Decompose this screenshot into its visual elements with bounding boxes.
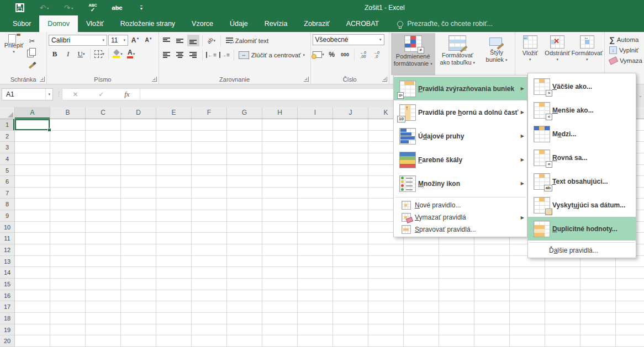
cell-G3[interactable] bbox=[227, 142, 262, 153]
wrap-text-button[interactable]: Zalomiť text bbox=[224, 35, 271, 46]
cell-J11[interactable] bbox=[333, 233, 368, 244]
cell-H19[interactable] bbox=[262, 324, 298, 336]
cell[interactable] bbox=[616, 335, 644, 347]
cell-D3[interactable] bbox=[121, 142, 156, 153]
fill-color-button[interactable]: ▾ bbox=[112, 48, 124, 60]
cell-J20[interactable] bbox=[333, 335, 368, 347]
cell-C3[interactable] bbox=[86, 142, 121, 153]
cell-I1[interactable] bbox=[298, 119, 333, 131]
cell-B1[interactable] bbox=[50, 119, 86, 131]
tab-acrobat[interactable]: ACROBAT bbox=[338, 15, 388, 32]
cell-E2[interactable] bbox=[156, 131, 192, 142]
insert-cells-button[interactable]: ← Vložiť ▾ bbox=[517, 33, 543, 75]
row-header-14[interactable]: 14 bbox=[0, 267, 15, 279]
redo-button[interactable]: ↷▾ bbox=[56, 4, 81, 12]
cell-H2[interactable] bbox=[262, 131, 298, 142]
cell[interactable] bbox=[474, 301, 510, 313]
cell[interactable] bbox=[616, 324, 644, 336]
cell-D14[interactable] bbox=[121, 267, 156, 279]
cell-C20[interactable] bbox=[86, 335, 121, 347]
cell-H6[interactable] bbox=[262, 176, 298, 188]
cell-I8[interactable] bbox=[298, 199, 333, 210]
col-header-B[interactable]: B bbox=[50, 107, 86, 119]
cell-A17[interactable] bbox=[15, 301, 50, 313]
row-header-20[interactable]: 20 bbox=[0, 335, 15, 347]
cell-E10[interactable] bbox=[156, 222, 192, 233]
increase-indent-button[interactable]: →≡ bbox=[219, 49, 231, 61]
cell-F6[interactable] bbox=[192, 176, 227, 188]
align-bottom-button[interactable] bbox=[187, 35, 199, 46]
cell-I10[interactable] bbox=[298, 222, 333, 233]
cell-B3[interactable] bbox=[50, 142, 86, 153]
row-header-7[interactable]: 7 bbox=[0, 188, 15, 199]
format-as-table-button[interactable]: Formátovať ako tabuľku▾ bbox=[435, 33, 481, 75]
menu-item-top-bottom-rules[interactable]: ↑10Pravidlá pre hornú a dolnú časť▶ bbox=[394, 100, 527, 124]
cell-C10[interactable] bbox=[86, 222, 121, 233]
cell-F7[interactable] bbox=[192, 188, 227, 199]
menu-item-new-rule[interactable]: Nové pravidlo... bbox=[394, 199, 527, 211]
cell-G15[interactable] bbox=[227, 279, 262, 290]
cell-I3[interactable] bbox=[298, 142, 333, 153]
name-box[interactable]: A1 ▾ bbox=[2, 88, 53, 100]
cell-B4[interactable] bbox=[50, 153, 86, 165]
cell-J15[interactable] bbox=[333, 279, 368, 290]
cell-G13[interactable] bbox=[227, 256, 262, 268]
menu-item-highlight-cells-rules[interactable]: ≤>Pravidlá zvýrazňovania buniek▶ bbox=[394, 77, 527, 100]
alignment-dialog-launcher-icon[interactable] bbox=[304, 77, 309, 82]
cell[interactable] bbox=[545, 335, 580, 347]
cell-A10[interactable] bbox=[15, 222, 50, 233]
cell-E13[interactable] bbox=[156, 256, 192, 268]
cell[interactable] bbox=[580, 335, 616, 347]
align-top-button[interactable] bbox=[161, 35, 173, 46]
cell-F5[interactable] bbox=[192, 165, 227, 177]
cell-G8[interactable] bbox=[227, 199, 262, 210]
conditional-formatting-button[interactable]: ≠ Podmienené formátovanie▾ bbox=[391, 33, 435, 75]
number-format-select[interactable]: Všeobecné▾ bbox=[313, 34, 384, 45]
decrease-indent-button[interactable]: ←≡ bbox=[205, 49, 218, 61]
cell-F4[interactable] bbox=[192, 153, 227, 165]
cell-F16[interactable] bbox=[192, 290, 227, 302]
cell-I7[interactable] bbox=[298, 188, 333, 199]
cell[interactable] bbox=[474, 267, 510, 279]
cell-E18[interactable] bbox=[156, 313, 192, 324]
cell[interactable] bbox=[580, 267, 616, 279]
cell-A2[interactable] bbox=[15, 131, 50, 142]
cell[interactable] bbox=[439, 279, 474, 290]
cell-J19[interactable] bbox=[333, 324, 368, 336]
cell-B10[interactable] bbox=[50, 222, 86, 233]
cell-B15[interactable] bbox=[50, 279, 86, 290]
cell-G5[interactable] bbox=[227, 165, 262, 177]
row-header-5[interactable]: 5 bbox=[0, 165, 15, 177]
cell[interactable] bbox=[439, 256, 474, 268]
clipboard-dialog-launcher-icon[interactable] bbox=[40, 77, 45, 82]
align-right-button[interactable] bbox=[187, 49, 199, 61]
col-header-J[interactable]: J bbox=[333, 107, 368, 119]
tab-rozlozenie-strany[interactable]: Rozloženie strany bbox=[112, 15, 183, 32]
cell-G11[interactable] bbox=[227, 233, 262, 244]
cell-C8[interactable] bbox=[86, 199, 121, 210]
cell-A1[interactable] bbox=[15, 119, 50, 131]
borders-button[interactable]: ▾ bbox=[93, 48, 105, 60]
cell-F15[interactable] bbox=[192, 279, 227, 290]
percent-style-button[interactable]: % bbox=[326, 49, 338, 60]
cell-I17[interactable] bbox=[298, 301, 333, 313]
cell-G10[interactable] bbox=[227, 222, 262, 233]
select-all-button[interactable] bbox=[0, 107, 15, 119]
cell[interactable] bbox=[545, 267, 580, 279]
cell-E7[interactable] bbox=[156, 188, 192, 199]
cell-E12[interactable] bbox=[156, 244, 192, 256]
cell-C17[interactable] bbox=[86, 301, 121, 313]
cell-I16[interactable] bbox=[298, 290, 333, 302]
cell-B7[interactable] bbox=[50, 188, 86, 199]
grow-font-button[interactable]: A▲ bbox=[129, 34, 141, 46]
col-header-D[interactable]: D bbox=[121, 107, 156, 119]
cell-F1[interactable] bbox=[192, 119, 227, 131]
cell-H12[interactable] bbox=[262, 244, 298, 256]
cell-G19[interactable] bbox=[227, 324, 262, 336]
cell[interactable] bbox=[510, 313, 545, 324]
tab-domov[interactable]: Domov bbox=[39, 15, 78, 32]
cell-G12[interactable] bbox=[227, 244, 262, 256]
cell-K17[interactable] bbox=[368, 301, 404, 313]
cell-A6[interactable] bbox=[15, 176, 50, 188]
autosum-button[interactable]: ∑Automa bbox=[609, 34, 642, 45]
